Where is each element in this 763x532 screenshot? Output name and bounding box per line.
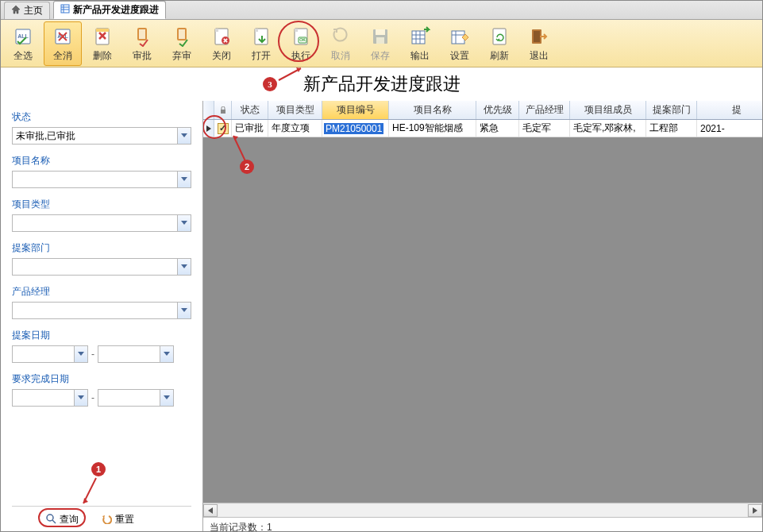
- dept-label: 提案部门: [12, 241, 191, 255]
- callout-arrow-2-icon: [230, 133, 249, 164]
- date-separator: -: [91, 392, 94, 403]
- grid-header: 状态 项目类型 项目编号 项目名称 优先级 产品经理 项目组成员 提案部门 提: [203, 101, 762, 120]
- dropdown-button[interactable]: [177, 171, 191, 188]
- approve-icon: [131, 25, 153, 48]
- save-icon: [369, 25, 391, 48]
- col-type[interactable]: 项目类型: [268, 101, 322, 119]
- dropdown-button[interactable]: [177, 302, 191, 319]
- query-label: 查询: [60, 513, 79, 526]
- col-status[interactable]: 状态: [232, 101, 268, 119]
- open-button[interactable]: 打开: [242, 21, 280, 66]
- dropdown-button[interactable]: [177, 127, 191, 145]
- propose-date-to[interactable]: [98, 345, 174, 363]
- pm-combo[interactable]: [12, 302, 191, 319]
- toolbar: ALL 全选 ALL 全消 删除 审批 弃审 关闭 打开 OK 执行 取消 保存…: [1, 20, 762, 67]
- svg-rect-13: [179, 29, 185, 39]
- exit-button[interactable]: 退出: [520, 21, 558, 66]
- tabs-bar: 主页 新产品开发进度跟进: [1, 1, 762, 20]
- callout-arrow-3-icon: [277, 66, 306, 82]
- approve-button[interactable]: 审批: [123, 21, 161, 66]
- home-icon: [11, 5, 21, 17]
- sidebar-actions: 1 查询 重置: [12, 506, 191, 532]
- abandon-button[interactable]: 弃审: [163, 21, 201, 66]
- abandon-icon: [171, 25, 193, 48]
- tab-home[interactable]: 主页: [4, 2, 50, 19]
- pm-label: 产品经理: [12, 285, 191, 299]
- due-date-from[interactable]: [12, 389, 88, 407]
- due-date-to[interactable]: [98, 389, 174, 407]
- date-separator: -: [91, 349, 94, 360]
- delete-button[interactable]: 删除: [83, 21, 121, 66]
- settings-button[interactable]: 设置: [441, 21, 479, 66]
- filter-sidebar: 状态 项目名称 项目类型 提案部门: [1, 101, 203, 532]
- pm-input[interactable]: [12, 302, 177, 319]
- col-team[interactable]: 项目组成员: [570, 101, 646, 119]
- propose-date-from-input[interactable]: [12, 345, 74, 363]
- col-lock[interactable]: [214, 101, 232, 119]
- row-checkbox-cell[interactable]: [214, 120, 232, 137]
- col-priority[interactable]: 优先级: [476, 101, 519, 119]
- proj-name-input[interactable]: [12, 171, 177, 188]
- filter-proj-type: 项目类型: [12, 198, 191, 232]
- svg-rect-31: [493, 29, 506, 44]
- due-date-from-input[interactable]: [12, 389, 74, 407]
- svg-rect-35: [221, 110, 225, 114]
- dept-combo[interactable]: [12, 258, 191, 276]
- horizontal-scrollbar[interactable]: [203, 503, 762, 517]
- svg-rect-21: [376, 29, 385, 35]
- propose-date-label: 提案日期: [12, 329, 191, 342]
- table-row[interactable]: 已审批 年度立项 PM21050001 HE-109智能烟感 紧急 毛定军 毛定…: [203, 120, 762, 137]
- callout-1: 1: [91, 462, 106, 476]
- export-icon: [409, 25, 431, 48]
- scroll-right-button[interactable]: [748, 504, 762, 517]
- propose-date-from[interactable]: [12, 345, 88, 363]
- col-name[interactable]: 项目名称: [389, 101, 476, 119]
- tab-active-label: 新产品开发进度跟进: [73, 3, 159, 17]
- select-all-icon: ALL: [12, 25, 34, 48]
- delete-icon: [91, 25, 114, 48]
- dept-input[interactable]: [12, 258, 177, 276]
- dropdown-button[interactable]: [74, 345, 88, 363]
- export-button[interactable]: 输出: [401, 21, 439, 66]
- dropdown-button[interactable]: [177, 258, 191, 276]
- proj-type-combo[interactable]: [12, 214, 191, 232]
- cancel-icon: [329, 25, 352, 48]
- proj-name-combo[interactable]: [12, 171, 191, 188]
- col-code[interactable]: 项目编号: [322, 101, 389, 119]
- record-count-label: 当前记录数：: [210, 522, 267, 532]
- save-button[interactable]: 保存: [361, 21, 399, 66]
- close-button[interactable]: 关闭: [202, 21, 241, 66]
- dropdown-button[interactable]: [160, 389, 174, 407]
- scroll-left-button[interactable]: [203, 504, 218, 517]
- dropdown-button[interactable]: [74, 389, 88, 407]
- col-extra[interactable]: 提: [697, 101, 745, 119]
- refresh-button[interactable]: 刷新: [480, 21, 518, 66]
- select-all-button[interactable]: ALL 全选: [4, 21, 42, 66]
- clear-all-button[interactable]: ALL 全消: [44, 21, 82, 66]
- col-pm[interactable]: 产品经理: [519, 101, 570, 119]
- grid-body: 已审批 年度立项 PM21050001 HE-109智能烟感 紧急 毛定军 毛定…: [203, 120, 762, 503]
- dropdown-button[interactable]: [160, 345, 174, 363]
- query-button[interactable]: 查询: [42, 511, 82, 528]
- propose-date-to-input[interactable]: [98, 345, 160, 363]
- col-dept[interactable]: 提案部门: [646, 101, 697, 119]
- dropdown-button[interactable]: [177, 214, 191, 232]
- tab-active[interactable]: 新产品开发进度跟进: [53, 1, 166, 19]
- reset-button[interactable]: 重置: [98, 511, 137, 528]
- due-date-to-input[interactable]: [98, 389, 160, 407]
- open-icon: [250, 25, 272, 48]
- close-doc-icon: [210, 25, 233, 48]
- status-combo[interactable]: [12, 127, 191, 145]
- status-input[interactable]: [12, 127, 177, 145]
- callout-arrow-1-icon: [80, 476, 99, 508]
- execute-icon: OK: [290, 25, 312, 48]
- execute-button[interactable]: OK 执行: [282, 21, 320, 66]
- filter-dept: 提案部门: [12, 241, 191, 276]
- proj-type-input[interactable]: [12, 214, 177, 232]
- cancel-button[interactable]: 取消: [322, 21, 360, 66]
- row-indicator: [203, 120, 214, 137]
- scroll-track[interactable]: [218, 504, 747, 517]
- svg-rect-11: [139, 29, 145, 39]
- svg-text:OK: OK: [299, 37, 306, 42]
- row-checkbox[interactable]: [218, 123, 229, 134]
